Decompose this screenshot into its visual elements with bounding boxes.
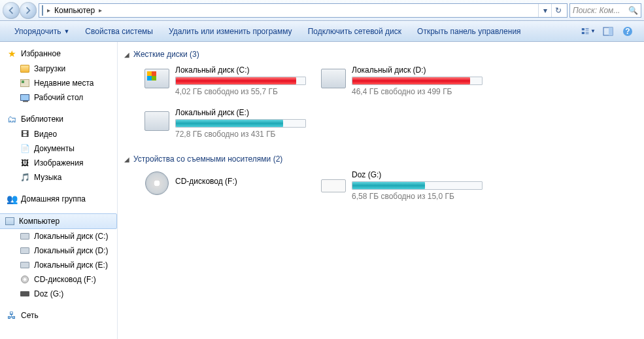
drive-label: Локальный диск (E:): [175, 108, 307, 117]
computer-icon: [5, 217, 14, 225]
hdd-icon: [144, 69, 169, 88]
drive-freespace: 72,8 ГБ свободно из 431 ГБ: [175, 130, 307, 139]
command-toolbar: Упорядочить▼ Свойства системы Удалить ил…: [0, 21, 644, 42]
space-bar: [352, 181, 483, 190]
system-properties-button[interactable]: Свойства системы: [77, 21, 161, 41]
homegroup-icon: 👥: [7, 194, 17, 204]
collapse-icon: ◢: [124, 156, 129, 163]
svg-rect-2: [586, 29, 589, 30]
preview-pane-button[interactable]: [601, 24, 615, 39]
open-control-panel-button[interactable]: Открыть панель управления: [409, 21, 529, 41]
svg-rect-5: [586, 33, 589, 34]
space-bar: [175, 77, 306, 85]
pictures-icon: 🖼: [20, 158, 30, 168]
space-bar: [175, 119, 306, 128]
drive-e[interactable]: Локальный диск (E:) 72,8 ГБ свободно из …: [144, 108, 307, 139]
svg-rect-1: [586, 28, 589, 29]
drive-freespace: 6,58 ГБ свободно из 15,0 ГБ: [352, 192, 484, 201]
collapse-icon: ◢: [124, 51, 129, 58]
sidebar-item-drive-c[interactable]: Локальный диск (C:): [20, 229, 117, 243]
drive-label: Локальный диск (C:): [175, 65, 307, 75]
usb-drive-icon: [321, 179, 346, 192]
svg-text:?: ?: [625, 27, 630, 36]
sidebar-item-music[interactable]: 🎵Музыка: [20, 170, 117, 185]
back-button[interactable]: [3, 2, 20, 19]
sidebar-item-drive-e[interactable]: Локальный диск (E:): [20, 258, 117, 272]
navigation-pane: ★ Избранное Загрузки Недавние места Рабо…: [0, 42, 118, 339]
view-options-button[interactable]: ▼: [581, 24, 596, 39]
drive-g[interactable]: Doz (G:) 6,58 ГБ свободно из 15,0 ГБ: [320, 170, 484, 201]
svg-rect-0: [582, 28, 585, 30]
uninstall-program-button[interactable]: Удалить или изменить программу: [161, 21, 300, 41]
folder-icon: [20, 65, 29, 73]
documents-icon: 📄: [20, 143, 30, 154]
sidebar-item-video[interactable]: 🎞Видео: [20, 127, 117, 141]
group-header-hdd[interactable]: ◢ Жесткие диски (3): [124, 46, 637, 65]
hdd-icon: [144, 111, 169, 131]
desktop-icon: [20, 94, 29, 101]
chevron-right-icon[interactable]: ▸: [46, 7, 52, 14]
search-input[interactable]: Поиск: Ком... 🔍: [569, 3, 641, 18]
usb-icon: [20, 291, 29, 296]
explorer-body: ★ Избранное Загрузки Недавние места Рабо…: [0, 42, 644, 339]
forward-button[interactable]: [20, 2, 37, 19]
svg-rect-4: [586, 31, 589, 32]
drive-label: Локальный диск (D:): [352, 65, 484, 75]
help-button[interactable]: ?: [620, 24, 635, 39]
breadcrumb-item[interactable]: Компьютер: [54, 6, 95, 15]
cd-drive-icon: [145, 171, 169, 195]
libraries-group[interactable]: 🗂 Библиотеки: [0, 111, 117, 127]
recent-icon: [20, 79, 29, 87]
sidebar-item-drive-d[interactable]: Локальный диск (D:): [20, 243, 117, 258]
sidebar-item-documents[interactable]: 📄Документы: [20, 141, 117, 156]
search-placeholder: Поиск: Ком...: [573, 6, 620, 15]
nav-buttons: [3, 2, 37, 19]
sidebar-item-drive-f[interactable]: CD-дисковод (F:): [20, 272, 117, 287]
drive-label: Doz (G:): [352, 170, 484, 179]
content-pane: ◢ Жесткие диски (3) Локальный диск (C:) …: [118, 42, 644, 339]
address-bar[interactable]: ▸ Компьютер ▸ ▾ ↻: [39, 3, 568, 18]
drive-icon: [20, 262, 29, 268]
network-icon: 🖧: [7, 310, 17, 321]
history-dropdown[interactable]: ▾: [538, 4, 551, 17]
sidebar-item-pictures[interactable]: 🖼Изображения: [20, 156, 117, 170]
chevron-right-icon[interactable]: ▸: [97, 7, 103, 14]
video-icon: 🎞: [20, 129, 30, 139]
sidebar-item-recent[interactable]: Недавние места: [20, 76, 117, 90]
drive-label: CD-дисковод (F:): [175, 177, 307, 186]
drive-c[interactable]: Локальный диск (C:) 4,02 ГБ свободно из …: [144, 65, 307, 96]
sidebar-item-drive-g[interactable]: Doz (G:): [20, 287, 117, 301]
organize-menu[interactable]: Упорядочить▼: [7, 21, 77, 41]
svg-rect-7: [609, 27, 613, 35]
address-bar-row: ▸ Компьютер ▸ ▾ ↻ Поиск: Ком... 🔍: [0, 0, 644, 21]
space-bar: [352, 77, 483, 85]
network-group[interactable]: 🖧 Сеть: [0, 308, 117, 323]
sidebar-item-desktop[interactable]: Рабочий стол: [20, 90, 117, 105]
sidebar-item-downloads[interactable]: Загрузки: [20, 62, 117, 76]
drive-icon: [20, 233, 29, 240]
search-icon: 🔍: [628, 6, 638, 15]
cd-icon: [21, 276, 29, 283]
drive-freespace: 4,02 ГБ свободно из 55,7 ГБ: [175, 87, 307, 96]
computer-icon: [42, 5, 43, 16]
music-icon: 🎵: [20, 172, 30, 183]
computer-group[interactable]: Компьютер: [0, 213, 117, 229]
libraries-icon: 🗂: [7, 114, 17, 124]
favorites-group[interactable]: ★ Избранное: [0, 46, 117, 62]
map-network-drive-button[interactable]: Подключить сетевой диск: [300, 21, 409, 41]
hdd-icon: [321, 69, 346, 88]
drive-freespace: 46,4 ГБ свободно из 499 ГБ: [352, 87, 484, 96]
group-header-removable[interactable]: ◢ Устройства со съемными носителями (2): [124, 151, 637, 170]
homegroup-group[interactable]: 👥 Домашняя группа: [0, 191, 117, 207]
drive-d[interactable]: Локальный диск (D:) 46,4 ГБ свободно из …: [320, 65, 484, 96]
svg-rect-3: [582, 31, 585, 33]
star-icon: ★: [7, 48, 17, 59]
drive-icon: [20, 247, 29, 254]
refresh-button[interactable]: ↻: [551, 4, 564, 17]
drive-f[interactable]: CD-дисковод (F:): [144, 170, 307, 201]
